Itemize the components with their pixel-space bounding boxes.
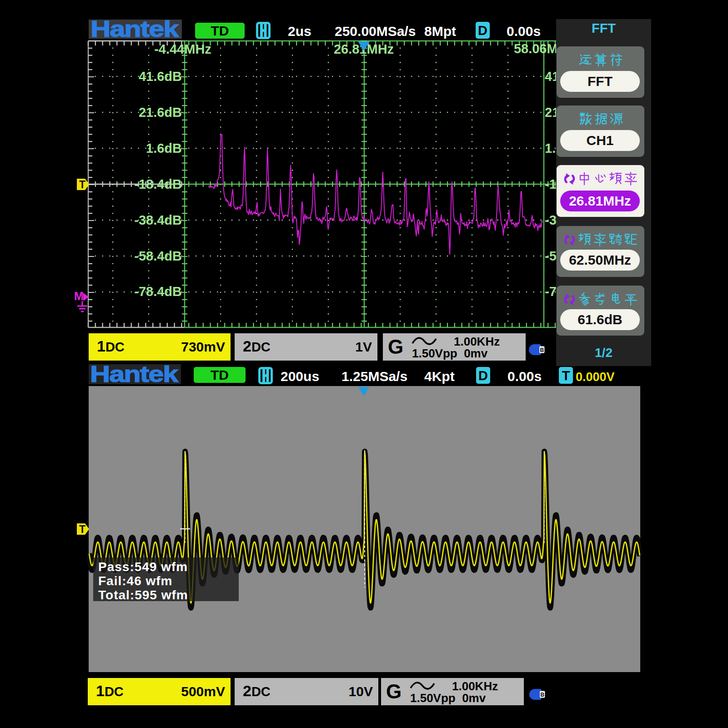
svg-text:-58.4dB: -58.4dB [134,249,182,263]
svg-text:T: T [79,179,85,191]
svg-text:D: D [478,368,488,383]
svg-text:B: B [540,347,544,353]
svg-text:B: B [540,692,544,698]
svg-text:41.6dB: 41.6dB [545,69,556,84]
svg-text:Fail:46 wfm: Fail:46 wfm [98,574,172,588]
svg-text:-38.4dB: -38.4dB [134,213,182,227]
svg-text:-18.4dB: -18.4dB [545,177,556,191]
svg-text:T: T [79,523,85,535]
svg-text:21.6dB: 21.6dB [545,105,556,120]
svg-text:M: M [74,290,84,302]
svg-text:D: D [478,23,487,38]
svg-text:1.6dB: 1.6dB [545,141,556,156]
svg-text:Pass:549 wfm: Pass:549 wfm [98,560,188,574]
svg-text:21.6dB: 21.6dB [139,105,182,120]
svg-text:58.06MHz: 58.06MHz [514,41,556,56]
svg-text:Total:595 wfm: Total:595 wfm [98,588,188,602]
svg-text:-58.4dB: -58.4dB [545,249,556,263]
svg-text:-38.4dB: -38.4dB [545,213,556,227]
svg-text:1.6dB: 1.6dB [146,141,182,156]
svg-text:41.6dB: 41.6dB [139,69,182,84]
svg-text:-4.44MHz: -4.44MHz [154,42,211,56]
svg-text:-18.4dB: -18.4dB [134,177,182,191]
svg-text:-78.4dB: -78.4dB [134,284,182,299]
svg-text:T: T [562,368,570,383]
svg-text:-78.4dB: -78.4dB [545,284,556,299]
